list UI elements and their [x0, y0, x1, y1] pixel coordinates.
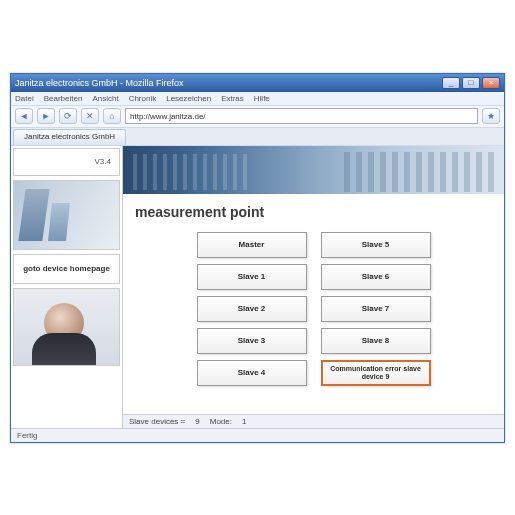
page-content: V3.4 goto device homepage measurement po… [11, 146, 504, 428]
device-slave3-button[interactable]: Slave 3 [197, 328, 307, 354]
menu-item-history[interactable]: Chronik [129, 94, 157, 103]
window-title: Janitza electronics GmbH - Mozilla Firef… [15, 78, 442, 88]
device-slave8-button[interactable]: Slave 8 [321, 328, 431, 354]
minimize-button[interactable]: _ [442, 77, 460, 89]
version-label: V3.4 [95, 157, 111, 166]
bookmark-icon[interactable]: ★ [482, 108, 500, 124]
browser-menubar: Datei Bearbeiten Ansicht Chronik Lesezei… [11, 92, 504, 106]
header-banner-image [123, 146, 504, 194]
maximize-button[interactable]: □ [462, 77, 480, 89]
back-button[interactable]: ◄ [15, 108, 33, 124]
goto-homepage-link[interactable]: goto device homepage [13, 254, 120, 284]
sidebar-version-box: V3.4 [13, 148, 120, 176]
page-footer: Slave devices = 9 Mode: 1 [123, 414, 504, 428]
window-titlebar: Janitza electronics GmbH - Mozilla Firef… [11, 74, 504, 92]
browser-window: Janitza electronics GmbH - Mozilla Firef… [10, 73, 505, 443]
device-slave7-button[interactable]: Slave 7 [321, 296, 431, 322]
menu-item-tools[interactable]: Extras [221, 94, 244, 103]
sidebar: V3.4 goto device homepage [11, 146, 123, 428]
forward-button[interactable]: ► [37, 108, 55, 124]
device-slave5-button[interactable]: Slave 5 [321, 232, 431, 258]
menu-item-view[interactable]: Ansicht [92, 94, 118, 103]
device-slave4-button[interactable]: Slave 4 [197, 360, 307, 386]
mode-label: Mode: [210, 417, 232, 426]
page-title: measurement point [123, 194, 504, 228]
tab-active[interactable]: Janitza electronics GmbH [13, 129, 126, 145]
browser-navbar: ◄ ► ⟳ ✕ ⌂ ★ [11, 106, 504, 128]
device-master-button[interactable]: Master [197, 232, 307, 258]
status-text: Fertig [17, 431, 37, 440]
sidebar-image-buildings [13, 180, 120, 250]
device-slave6-button[interactable]: Slave 6 [321, 264, 431, 290]
stop-button[interactable]: ✕ [81, 108, 99, 124]
browser-statusbar: Fertig [11, 428, 504, 442]
menu-item-bookmarks[interactable]: Lesezeichen [166, 94, 211, 103]
home-button[interactable]: ⌂ [103, 108, 121, 124]
menu-item-edit[interactable]: Bearbeiten [44, 94, 83, 103]
sidebar-image-person [13, 288, 120, 366]
menu-item-file[interactable]: Datei [15, 94, 34, 103]
menu-item-help[interactable]: Hilfe [254, 94, 270, 103]
main-area: measurement point Master Slave 5 Slave 1… [123, 146, 504, 428]
device-grid: Master Slave 5 Slave 1 Slave 6 Slave 2 S… [197, 232, 431, 386]
url-input[interactable] [125, 108, 478, 124]
device-slave9-error-button[interactable]: Communication error slave device 9 [321, 360, 431, 386]
viewport: Janitza electronics GmbH - Mozilla Firef… [0, 0, 515, 515]
device-slave1-button[interactable]: Slave 1 [197, 264, 307, 290]
browser-tabbar: Janitza electronics GmbH [11, 128, 504, 146]
device-grid-wrap: Master Slave 5 Slave 1 Slave 6 Slave 2 S… [123, 228, 504, 414]
reload-button[interactable]: ⟳ [59, 108, 77, 124]
mode-value: 1 [242, 417, 246, 426]
slave-devices-count: 9 [195, 417, 199, 426]
close-button[interactable]: × [482, 77, 500, 89]
device-slave2-button[interactable]: Slave 2 [197, 296, 307, 322]
window-controls: _ □ × [442, 77, 500, 89]
slave-devices-label: Slave devices = [129, 417, 185, 426]
